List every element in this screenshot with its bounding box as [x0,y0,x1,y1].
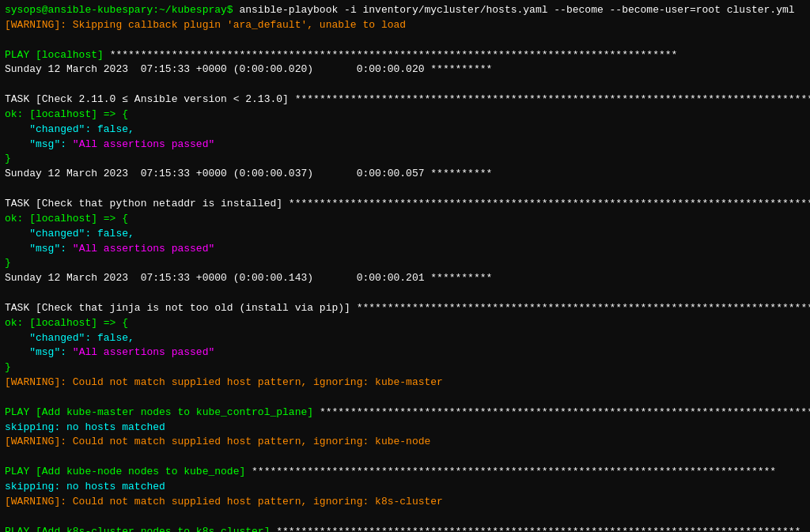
warning-k8s-cluster: [WARNING]: Could not match supplied host… [5,495,805,510]
task-check-jinja: TASK [Check that jinja is not too old (i… [5,301,805,316]
json-changed-2: "changed": false, [5,227,805,242]
blank-6 [5,450,805,465]
skip-kube-node: skipping: no hosts matched [5,480,805,495]
timestamp-1: Sunday 12 March 2023 07:15:33 +0000 (0:0… [5,62,805,77]
json-msg-3: "msg": "All assertions passed" [5,345,805,360]
ok-localhost-1: ok: [localhost] => { [5,108,805,123]
terminal-window: sysops@ansible-kubespary:~/kubespray$ an… [0,0,810,532]
json-changed-1: "changed": false, [5,123,805,138]
json-msg-2: "msg": "All assertions passed" [5,242,805,257]
blank-7 [5,510,805,525]
skip-kube-master: skipping: no hosts matched [5,421,805,436]
play-add-kube-node: PLAY [Add kube-node nodes to kube_node] … [5,465,805,480]
task-check-ansible: TASK [Check 2.11.0 ≤ Ansible version < 2… [5,92,805,108]
command-line: sysops@ansible-kubespary:~/kubespray$ an… [5,3,805,18]
timestamp-3: Sunday 12 March 2023 07:15:33 +0000 (0:0… [5,271,805,286]
json-close-3: } [5,360,805,375]
blank-5 [5,391,805,406]
play-localhost: PLAY [localhost] ***********************… [5,48,805,63]
blank-3 [5,182,805,197]
play-add-k8s-cluster: PLAY [Add k8s-cluster nodes to k8s_clust… [5,525,805,532]
json-close-1: } [5,152,805,167]
play-add-kube-master: PLAY [Add kube-master nodes to kube_cont… [5,406,805,421]
json-close-2: } [5,256,805,271]
warning-kube-node: [WARNING]: Could not match supplied host… [5,435,805,450]
timestamp-2: Sunday 12 March 2023 07:15:33 +0000 (0:0… [5,167,805,182]
warning-line-1: [WARNING]: Skipping callback plugin 'ara… [5,18,805,33]
blank-1 [5,33,805,48]
json-msg-1: "msg": "All assertions passed" [5,138,805,153]
blank-4 [5,286,805,301]
ok-localhost-2: ok: [localhost] => { [5,212,805,227]
task-check-netaddr: TASK [Check that python netaddr is insta… [5,197,805,212]
json-changed-3: "changed": false, [5,331,805,346]
ok-localhost-3: ok: [localhost] => { [5,316,805,331]
blank-2 [5,77,805,92]
warning-kube-master: [WARNING]: Could not match supplied host… [5,375,805,391]
